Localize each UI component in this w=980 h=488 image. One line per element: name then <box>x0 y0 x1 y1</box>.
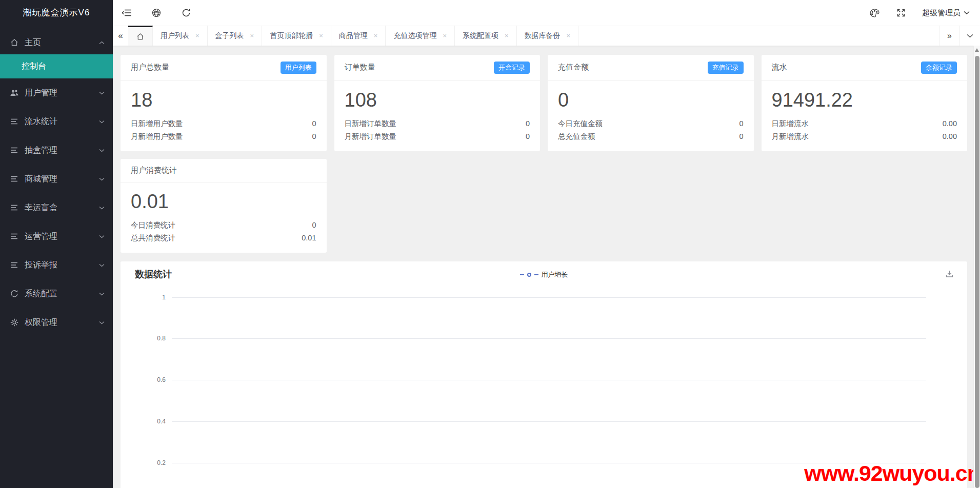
stat-row-value: 0.01 <box>302 232 316 245</box>
sidebar-item-user-management[interactable]: 用户管理 <box>0 78 113 107</box>
refresh-icon[interactable] <box>181 7 192 18</box>
sidebar-item-box-management[interactable]: 抽盒管理 <box>0 136 113 165</box>
sidebar-item-label: 主页 <box>25 37 99 48</box>
close-icon[interactable]: × <box>250 32 254 39</box>
scroll-up-arrow-icon[interactable] <box>975 48 979 52</box>
scrollbar-thumb[interactable] <box>975 56 979 488</box>
tab-home[interactable] <box>128 26 153 46</box>
user-list-badge[interactable]: 用户列表 <box>281 62 316 74</box>
admin-dashboard: 潮玩魔盒演示V6 主页 控制台 用户管理 流 <box>0 0 980 488</box>
tab-product-management[interactable]: 商品管理 × <box>331 26 386 46</box>
tab-system-config-items[interactable]: 系统配置项 × <box>455 26 517 46</box>
tab-label: 充值选项管理 <box>393 31 436 40</box>
gridline: 1 <box>172 297 926 298</box>
tab-recharge-options[interactable]: 充值选项管理 × <box>386 26 455 46</box>
tabs-menu-button[interactable] <box>959 26 980 46</box>
stat-row-label: 总共消费统计 <box>131 232 175 245</box>
tab-label: 系统配置项 <box>463 31 498 40</box>
app-title: 潮玩魔盒演示V6 <box>0 0 113 26</box>
chevron-down-icon <box>99 263 105 267</box>
tab-user-list[interactable]: 用户列表 × <box>153 26 208 46</box>
stat-row-label: 日新增流水 <box>772 117 809 130</box>
sidebar-item-mall-management[interactable]: 商城管理 <box>0 165 113 193</box>
watermark-text: www.92wuyou.cn <box>804 461 980 486</box>
download-chart-icon[interactable] <box>945 270 954 278</box>
close-icon[interactable]: × <box>374 32 378 39</box>
stat-row-label: 月新增订单数量 <box>345 130 397 143</box>
chevron-down-icon <box>99 177 105 181</box>
sidebar-item-lucky-box[interactable]: 幸运盲盒 <box>0 193 113 222</box>
open-box-records-badge[interactable]: 开盒记录 <box>494 62 530 74</box>
close-icon[interactable]: × <box>319 32 323 39</box>
home-icon <box>9 38 19 47</box>
stat-value: 108 <box>345 89 530 111</box>
home-icon <box>136 33 144 40</box>
balance-records-badge[interactable]: 余额记录 <box>921 62 957 74</box>
stat-row-label: 今日充值金额 <box>558 117 603 130</box>
chevron-down-icon <box>99 91 105 95</box>
sidebar-item-label: 幸运盲盒 <box>25 202 99 213</box>
sidebar-item-label: 运营管理 <box>25 231 99 242</box>
stat-row-value: 0 <box>312 130 316 143</box>
stat-row-label: 日新增用户数量 <box>131 117 183 130</box>
gridline: 0.6 <box>172 380 926 380</box>
theme-palette-icon[interactable] <box>869 7 880 18</box>
tab-label: 盒子列表 <box>215 31 244 40</box>
collapse-menu-icon[interactable] <box>121 7 132 18</box>
chevron-up-icon <box>99 41 105 45</box>
tab-database-backup[interactable]: 数据库备份 × <box>517 26 579 46</box>
sidebar-item-system-config[interactable]: 系统配置 <box>0 279 113 308</box>
stat-card-title: 流水 <box>772 63 787 72</box>
chart-legend-user-growth[interactable]: 用户增长 <box>520 270 568 279</box>
stat-row-value: 0 <box>312 219 316 232</box>
tab-label: 用户列表 <box>161 31 189 40</box>
sidebar-item-label: 系统配置 <box>25 289 99 299</box>
tab-box-list[interactable]: 盒子列表 × <box>208 26 263 46</box>
tabs-scroll-right-button[interactable]: » <box>939 26 959 46</box>
tab-home-carousel[interactable]: 首页顶部轮播 × <box>262 26 331 46</box>
tabs-scroll-left-button[interactable]: « <box>113 26 128 46</box>
stat-card-title: 用户消费统计 <box>131 166 177 175</box>
second-card-row: 用户消费统计 0.01 今日消费统计 0 总共消费统计 0.01 <box>121 159 967 253</box>
consumption-stats-card: 用户消费统计 0.01 今日消费统计 0 总共消费统计 0.01 <box>121 159 327 253</box>
sidebar-item-console[interactable]: 控制台 <box>0 54 113 78</box>
list-icon <box>9 174 19 184</box>
fullscreen-icon[interactable] <box>895 7 907 18</box>
tab-label: 首页顶部轮播 <box>270 31 313 40</box>
globe-icon[interactable] <box>151 7 162 18</box>
close-icon[interactable]: × <box>567 32 571 39</box>
sidebar-item-operation-management[interactable]: 运营管理 <box>0 222 113 251</box>
chevron-down-icon <box>99 120 105 124</box>
y-axis-tick: 1 <box>162 294 166 301</box>
chevron-down-icon <box>99 235 105 238</box>
sidebar-item-label: 流水统计 <box>25 116 99 127</box>
user-menu[interactable]: 超级管理员 <box>922 8 970 18</box>
y-axis-tick: 0.8 <box>157 335 166 342</box>
y-axis-tick: 0.2 <box>157 459 166 466</box>
legend-circle-marker <box>527 273 531 277</box>
close-icon[interactable]: × <box>443 32 447 39</box>
sidebar: 潮玩魔盒演示V6 主页 控制台 用户管理 流 <box>0 0 113 488</box>
chevron-down-icon <box>964 11 970 15</box>
sidebar-item-flow-stats[interactable]: 流水统计 <box>0 107 113 136</box>
recharge-records-badge[interactable]: 充值记录 <box>708 62 744 74</box>
close-icon[interactable]: × <box>505 32 509 39</box>
stat-row-value: 0 <box>526 117 530 130</box>
sidebar-item-permission-management[interactable]: 权限管理 <box>0 308 113 337</box>
stat-value: 0 <box>558 89 744 111</box>
sidebar-item-complaint-report[interactable]: 投诉举报 <box>0 251 113 279</box>
tab-label: 商品管理 <box>339 31 368 40</box>
stat-row-value: 0 <box>739 130 743 143</box>
stat-row-label: 月新增流水 <box>772 130 809 143</box>
chevron-down-icon <box>99 206 105 210</box>
stat-card-flow: 流水 余额记录 91491.22 日新增流水 0.00 月新增流水 0.00 <box>762 55 968 151</box>
y-axis-tick: 0.6 <box>157 376 166 383</box>
sidebar-item-label: 商城管理 <box>25 174 99 185</box>
close-icon[interactable]: × <box>195 32 199 39</box>
stat-value: 91491.22 <box>772 89 957 111</box>
sidebar-item-home[interactable]: 主页 <box>0 31 113 54</box>
vertical-scrollbar[interactable] <box>973 46 980 488</box>
stat-card-title: 充值金额 <box>558 63 589 72</box>
legend-label: 用户增长 <box>542 270 568 279</box>
gauge-icon <box>9 289 19 298</box>
